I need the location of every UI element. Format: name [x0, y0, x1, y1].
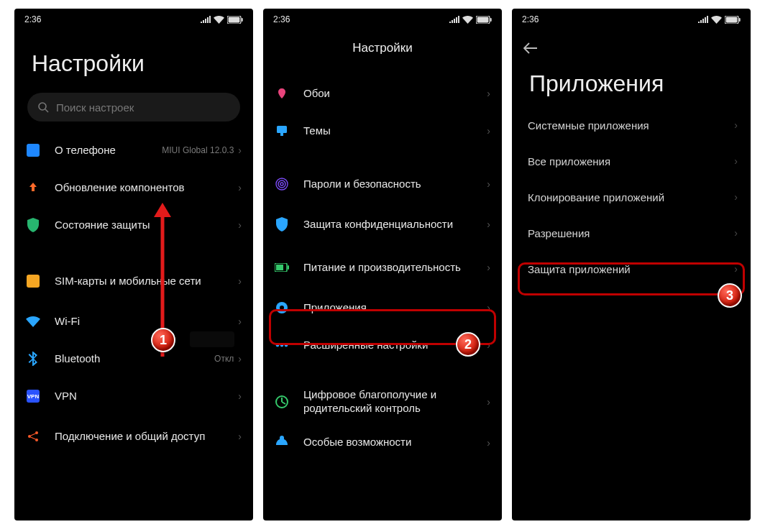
fingerprint-icon [273, 175, 290, 193]
svg-rect-13 [477, 17, 489, 22]
share-icon [24, 428, 42, 445]
row-accessibility[interactable]: Особые возможности › [263, 424, 502, 462]
svg-rect-21 [276, 265, 283, 270]
redacted-area [190, 331, 234, 347]
row-themes[interactable]: Темы › [263, 112, 502, 150]
row-passwords[interactable]: Пароли и безопасность › [263, 165, 502, 203]
row-component-updates[interactable]: Обновление компонентов › [14, 169, 253, 206]
search-icon [37, 101, 49, 113]
battery-icon [476, 16, 492, 24]
row-label: Подключение и общий доступ [55, 430, 238, 444]
chevron-right-icon: › [487, 125, 490, 137]
battery-icon [227, 16, 243, 24]
row-label: SIM-карты и мобильные сети [55, 275, 238, 288]
svg-rect-14 [490, 18, 492, 22]
row-apps[interactable]: Приложения › [263, 289, 502, 326]
phone-screen-3: 2:36 Приложения Системные приложения › В… [512, 9, 751, 520]
back-button[interactable] [521, 38, 541, 58]
row-system-apps[interactable]: Системные приложения › [512, 107, 751, 143]
page-title: Настройки [14, 30, 253, 87]
row-label: Все приложения [528, 155, 734, 168]
wifi-icon [711, 16, 722, 24]
svg-line-8 [31, 434, 36, 436]
wifi-icon [462, 16, 473, 24]
svg-point-27 [285, 344, 288, 347]
page-title: Настройки [352, 41, 412, 55]
row-permissions[interactable]: Разрешения › [512, 215, 751, 251]
row-label: Особые возможности [303, 436, 487, 449]
row-security-status[interactable]: Состояние защиты › [14, 206, 253, 244]
svg-rect-30 [726, 17, 738, 22]
row-label: Обновление компонентов [55, 181, 238, 195]
row-connection-sharing[interactable]: Подключение и общий доступ › [14, 415, 253, 458]
privacy-shield-icon [273, 216, 290, 233]
chevron-right-icon: › [238, 219, 242, 231]
chevron-right-icon: › [238, 316, 242, 327]
row-label: О телефоне [55, 144, 162, 157]
chevron-right-icon: › [734, 263, 738, 275]
row-privacy[interactable]: Защита конфиденциальности › [263, 203, 502, 246]
row-label: Состояние защиты [55, 219, 238, 232]
bluetooth-icon [24, 350, 42, 367]
chevron-right-icon: › [238, 431, 242, 442]
svg-point-25 [276, 344, 280, 347]
row-label: VPN [55, 390, 238, 403]
chevron-right-icon: › [734, 227, 738, 239]
wellbeing-icon [273, 393, 290, 411]
row-dual-apps[interactable]: Клонирование приложений › [512, 179, 751, 215]
row-label: Разрешения [528, 227, 734, 239]
chevron-right-icon: › [734, 191, 738, 203]
row-sim[interactable]: SIM-карты и мобильные сети › [14, 260, 253, 303]
row-all-apps[interactable]: Все приложения › [512, 143, 751, 179]
svg-rect-15 [277, 126, 287, 133]
vpn-icon: VPN [24, 387, 42, 405]
chevron-right-icon: › [238, 182, 242, 193]
chevron-right-icon: › [487, 302, 490, 313]
update-icon [24, 179, 42, 196]
search-placeholder: Поиск настроек [56, 101, 134, 114]
row-label: Обои [303, 87, 487, 101]
svg-rect-1 [229, 17, 240, 22]
row-label: Клонирование приложений [528, 191, 734, 203]
row-label: Пароли и безопасность [303, 178, 487, 191]
row-label: Bluetooth [55, 352, 214, 366]
signal-icon [201, 16, 211, 23]
chevron-right-icon: › [238, 390, 242, 402]
chevron-right-icon: › [487, 437, 490, 449]
phone-icon [24, 142, 42, 159]
gear-icon [273, 299, 290, 316]
row-wellbeing[interactable]: Цифровое благополучие и родительский кон… [263, 380, 502, 424]
page-title: Приложения [512, 66, 751, 107]
row-label: Системные приложения [528, 119, 734, 132]
status-bar: 2:36 [512, 9, 751, 30]
row-label: Приложения [303, 301, 487, 315]
step-badge-2: 2 [456, 332, 480, 357]
arrow-left-icon [523, 42, 538, 54]
wifi-icon [214, 16, 224, 24]
row-wallpaper[interactable]: Обои › [263, 75, 502, 112]
chevron-right-icon: › [238, 145, 242, 156]
phone-screen-2: 2:36 Настройки Обои › Темы › [263, 9, 502, 520]
signal-icon [698, 16, 708, 23]
chevron-right-icon: › [238, 353, 242, 364]
chevron-right-icon: › [487, 219, 490, 230]
row-battery[interactable]: Питание и производительность › [263, 246, 502, 289]
svg-rect-22 [288, 265, 289, 270]
svg-line-9 [31, 437, 36, 439]
chevron-right-icon: › [487, 339, 490, 351]
svg-point-19 [280, 183, 283, 185]
wifi-icon [24, 313, 42, 330]
status-time: 2:36 [273, 14, 290, 24]
wallpaper-icon [273, 85, 290, 102]
row-app-lock[interactable]: Защита приложений › [512, 251, 751, 287]
svg-line-4 [45, 109, 48, 112]
status-bar: 2:36 [263, 9, 502, 30]
row-about-phone[interactable]: О телефоне MIUI Global 12.0.3 › [14, 132, 253, 169]
chevron-right-icon: › [487, 262, 490, 273]
row-vpn[interactable]: VPN VPN › [14, 377, 253, 415]
chevron-right-icon: › [734, 155, 738, 167]
svg-rect-31 [739, 18, 741, 22]
top-bar: Настройки [263, 30, 502, 66]
top-bar [512, 30, 751, 66]
search-input[interactable]: Поиск настроек [27, 93, 240, 121]
